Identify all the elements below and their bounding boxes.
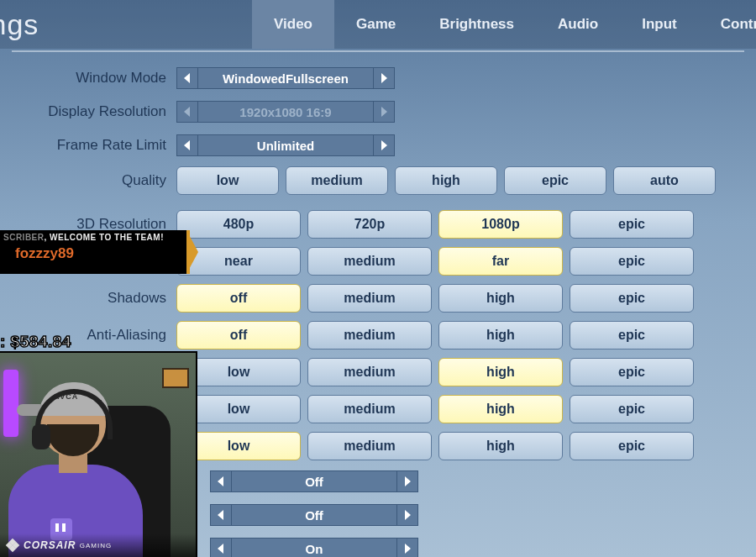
option-row6-epic[interactable]: epic	[570, 432, 694, 460]
corsair-logo-icon	[7, 539, 18, 551]
tab-video[interactable]: Video	[252, 0, 334, 49]
head-icon: RVCA	[40, 387, 106, 456]
tab-audio[interactable]: Audio	[536, 0, 620, 49]
arrow-right-icon[interactable]	[396, 504, 418, 526]
option-anti-aliasing-off[interactable]: off	[176, 321, 301, 349]
selector-toggle-2: On	[210, 538, 418, 557]
option-anti-aliasing-epic[interactable]: epic	[570, 321, 694, 349]
options-row6: lowmediumhighepic	[176, 432, 694, 460]
option-view-distance-far[interactable]: far	[438, 247, 563, 276]
options-view-distance: nearmediumfarepic	[176, 247, 694, 276]
tab-brightness[interactable]: Brightness	[417, 0, 536, 49]
options-quality: lowmediumhighepicauto	[176, 166, 716, 195]
subscriber-name: fozzzy89	[0, 242, 186, 262]
sponsor-sub: GAMING	[80, 542, 112, 549]
arrow-right-icon[interactable]	[373, 134, 395, 156]
label-frame-rate-limit: Frame Rate Limit	[0, 137, 176, 154]
option-shadows-medium[interactable]: medium	[307, 284, 432, 313]
options-row5: lowmediumhighepic	[176, 395, 694, 423]
option-row4-epic[interactable]: epic	[570, 358, 694, 386]
option-anti-aliasing-high[interactable]: high	[438, 321, 563, 349]
subscriber-notification-header: SCRIBER, WELCOME TO THE TEAM!	[0, 230, 186, 242]
arrow-left-icon[interactable]	[176, 134, 198, 156]
selector-value-toggle-0: Off	[232, 470, 396, 492]
option-row5-medium[interactable]: medium	[307, 395, 432, 423]
option-quality-medium[interactable]: medium	[286, 166, 388, 195]
selector-toggle-0: Off	[210, 470, 418, 492]
chevron-right-icon	[186, 230, 198, 274]
subscriber-notification: SCRIBER, WELCOME TO THE TEAM! fozzzy89	[0, 230, 190, 274]
selector-value-toggle-1: Off	[232, 504, 396, 526]
notification-suffix: , WELCOME TO THE TEAM!	[45, 233, 164, 242]
options-anti-aliasing: offmediumhighepic	[176, 321, 694, 349]
selector-value-frame-rate-limit: Unlimited	[198, 134, 373, 156]
option-view-distance-epic[interactable]: epic	[570, 247, 694, 276]
arrow-left-icon[interactable]	[210, 538, 232, 557]
option-view-distance-medium[interactable]: medium	[307, 247, 432, 276]
option-quality-auto[interactable]: auto	[613, 166, 716, 195]
arrow-right-icon[interactable]	[373, 67, 395, 89]
tips-overlay: : $584.84	[0, 333, 71, 351]
options-row4: lowmediumhighepic	[176, 358, 694, 386]
selector-toggle-1: Off	[210, 504, 418, 526]
arrow-right-icon	[373, 101, 395, 123]
arrow-left-icon	[176, 101, 198, 123]
selector-window-mode: WindowedFullscreen	[176, 67, 395, 89]
label-window-mode: Window Mode	[0, 70, 176, 87]
arrow-right-icon[interactable]	[396, 538, 418, 557]
selector-value-window-mode: WindowedFullscreen	[198, 67, 373, 89]
sponsor-bar: CORSAIR GAMING	[0, 533, 196, 557]
option-row6-medium[interactable]: medium	[307, 432, 432, 460]
option-shadows-off[interactable]: off	[176, 284, 301, 313]
arrow-left-icon[interactable]	[210, 504, 232, 526]
option-3d-resolution-epic[interactable]: epic	[570, 210, 694, 239]
earcup-icon	[32, 424, 50, 449]
option-shadows-epic[interactable]: epic	[570, 284, 694, 313]
wall-painting-icon	[162, 368, 189, 388]
option-3d-resolution-1080p[interactable]: 1080p	[438, 210, 563, 239]
settings-topbar: ings VideoGameBrightnessAudioInputContro…	[0, 0, 756, 49]
selector-value-display-resolution: 1920x1080 16:9	[198, 101, 373, 123]
tab-game[interactable]: Game	[334, 0, 417, 49]
options-3d-resolution: 480p720p1080pepic	[176, 210, 694, 239]
option-row4-high[interactable]: high	[438, 358, 563, 386]
page-title: ings	[0, 8, 39, 41]
label-quality: Quality	[0, 172, 176, 189]
selector-frame-rate-limit: Unlimited	[176, 134, 395, 156]
selector-value-toggle-2: On	[232, 538, 396, 557]
option-anti-aliasing-medium[interactable]: medium	[307, 321, 432, 349]
settings-tabs: VideoGameBrightnessAudioInputControlle	[252, 0, 756, 49]
label-shadows: Shadows	[0, 290, 176, 307]
option-row5-epic[interactable]: epic	[570, 395, 694, 423]
streamer-figure: RVCA	[8, 389, 143, 557]
option-quality-low[interactable]: low	[176, 166, 279, 195]
tab-controlle[interactable]: Controlle	[699, 0, 756, 49]
sponsor-name: CORSAIR	[24, 539, 76, 551]
option-quality-high[interactable]: high	[395, 166, 497, 195]
tips-amount: $584.84	[11, 333, 71, 350]
tips-prefix: :	[0, 333, 11, 350]
label-display-resolution: Display Resolution	[0, 103, 176, 120]
topbar-divider	[12, 50, 744, 52]
arrow-left-icon[interactable]	[176, 67, 198, 89]
option-row6-high[interactable]: high	[438, 432, 563, 460]
arrow-left-icon[interactable]	[210, 470, 232, 492]
tab-input[interactable]: Input	[620, 0, 699, 49]
notification-prefix: SCRIBER	[3, 233, 45, 242]
arrow-right-icon[interactable]	[396, 470, 418, 492]
option-3d-resolution-720p[interactable]: 720p	[307, 210, 432, 239]
options-shadows: offmediumhighepic	[176, 284, 694, 313]
option-quality-epic[interactable]: epic	[504, 166, 606, 195]
option-row5-high[interactable]: high	[438, 395, 563, 423]
selector-display-resolution: 1920x1080 16:9	[176, 101, 395, 123]
webcam-frame: RVCA CORSAIR GAMING	[0, 351, 197, 557]
option-row4-medium[interactable]: medium	[307, 358, 432, 386]
option-shadows-high[interactable]: high	[438, 284, 563, 313]
